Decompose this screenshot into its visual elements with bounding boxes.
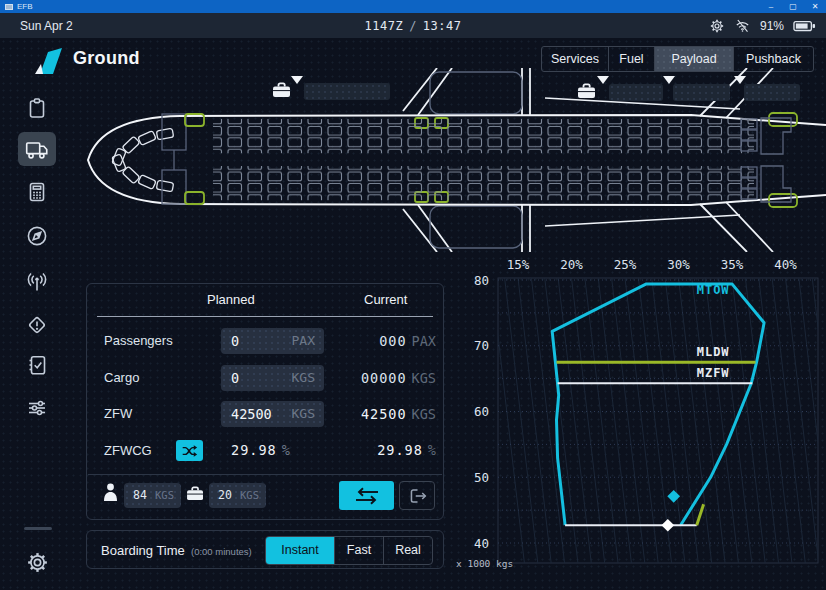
- airline-logo-icon: [34, 47, 64, 76]
- page-title: Ground: [73, 48, 140, 69]
- cargo-current: 00000KGS: [306, 365, 436, 391]
- settings-gear-icon[interactable]: [709, 18, 725, 34]
- boarding-time-panel: Boarding Time (0:00 minutes) Instant Fas…: [86, 530, 444, 569]
- boarding-mode-fast[interactable]: Fast: [334, 537, 383, 564]
- svg-text:70: 70: [474, 338, 489, 353]
- panel-divider: [88, 474, 442, 475]
- window-icon: [5, 4, 13, 10]
- seat-bank-left: [213, 119, 754, 153]
- utc-time: 1147Z: [365, 19, 404, 33]
- cargo-hold-1-input[interactable]: [304, 83, 390, 100]
- bag-weight-input[interactable]: 20KGS: [209, 483, 266, 508]
- boarding-mode-instant[interactable]: Instant: [266, 537, 334, 564]
- briefcase-icon: [577, 83, 597, 99]
- zfwcg-planned: 29.98%: [231, 437, 290, 463]
- svg-text:80: 80: [474, 273, 489, 288]
- passengers-current: 000PAX: [306, 328, 436, 354]
- zfw-current: 42500KGS: [306, 401, 436, 427]
- svg-text:40%: 40%: [774, 257, 797, 272]
- cargo-hold-3-input[interactable]: [609, 84, 663, 101]
- row-label-passengers: Passengers: [104, 333, 173, 348]
- svg-text:60: 60: [474, 404, 489, 419]
- svg-text:50: 50: [474, 470, 489, 485]
- minimize-button[interactable]: –: [760, 0, 782, 13]
- cargo-planned-value: 0: [231, 365, 239, 391]
- wifi-off-icon: [734, 18, 751, 34]
- close-button[interactable]: ✕: [804, 0, 826, 13]
- sidebar-item-ground-services[interactable]: [18, 132, 56, 166]
- shuffle-icon: [181, 444, 198, 458]
- transfer-arrows-icon: [354, 487, 380, 505]
- zfw-planned-value: 42500: [231, 401, 272, 427]
- sidebar-item-failures[interactable]: [18, 308, 56, 342]
- boarding-mode-real[interactable]: Real: [383, 537, 432, 564]
- sidebar-item-settings[interactable]: [18, 545, 56, 579]
- rear-galleys: [741, 118, 791, 202]
- export-loadsheet-button[interactable]: [399, 481, 435, 510]
- cargo-hold-5-input[interactable]: [744, 84, 800, 101]
- header-rule: [97, 316, 433, 317]
- cockpit-seats: [112, 128, 174, 192]
- payload-panel: Planned Current Passengers 0 PAX 000PAX …: [86, 283, 444, 520]
- battery-percent: 91%: [760, 19, 784, 33]
- transfer-payload-button[interactable]: [339, 481, 394, 510]
- sidebar-item-radio[interactable]: [18, 265, 56, 299]
- efb-statusbar: Sun Apr 2 1147Z/13:47 9: [0, 13, 826, 38]
- boarding-mode-group: Instant Fast Real: [265, 536, 433, 565]
- wing-root-fairings: [430, 72, 522, 248]
- cargo-hold-4-input[interactable]: [673, 84, 730, 101]
- battery-icon: [793, 18, 816, 34]
- baggage-icon: [186, 486, 205, 501]
- status-clock: 1147Z/13:47: [0, 19, 826, 33]
- svg-text:35%: 35%: [721, 257, 744, 272]
- svg-text:25%: 25%: [614, 257, 637, 272]
- cg-envelope-chart: MTOWMLDWMZFW15%20%25%30%35%40%8070605040…: [455, 252, 823, 574]
- sidebar-item-performance-calculator[interactable]: [18, 175, 56, 209]
- boarding-duration: (0:00 minutes): [191, 546, 252, 557]
- export-icon: [408, 487, 427, 505]
- window-title: EFB: [17, 2, 33, 11]
- sidebar-divider: [24, 527, 52, 530]
- cargo-hold-fwd-icon-group: [272, 82, 292, 98]
- cargo-caret-icon: [663, 76, 675, 84]
- cargo-caret-icon: [597, 76, 609, 84]
- row-label-cargo: Cargo: [104, 370, 139, 385]
- svg-text:MTOW: MTOW: [697, 283, 730, 297]
- svg-text:x 1000 kgs: x 1000 kgs: [456, 558, 513, 569]
- svg-text:30%: 30%: [667, 257, 690, 272]
- sidebar-item-settings-sliders[interactable]: [18, 391, 56, 425]
- svg-text:MLDW: MLDW: [697, 345, 730, 359]
- zfwcg-current: 29.98%: [306, 437, 436, 463]
- svg-text:20%: 20%: [560, 257, 583, 272]
- svg-text:40: 40: [474, 536, 489, 551]
- briefcase-icon: [272, 82, 292, 98]
- clock-separator: /: [403, 19, 423, 33]
- svg-text:MZFW: MZFW: [697, 366, 730, 380]
- row-label-zfwcg: ZFWCG: [104, 443, 152, 458]
- cargo-caret-icon: [734, 76, 746, 84]
- sidebar-item-navigation[interactable]: [18, 219, 56, 253]
- sidebar-item-dashboard[interactable]: [18, 91, 56, 125]
- maximize-button[interactable]: ▢: [782, 0, 804, 13]
- passengers-planned-value: 0: [231, 328, 239, 354]
- svg-text:15%: 15%: [507, 257, 530, 272]
- planned-column-header: Planned: [207, 292, 255, 307]
- boarding-time-label: Boarding Time: [101, 543, 185, 558]
- cargo-hold-aft-icon-group: [577, 83, 597, 99]
- pax-weight-input[interactable]: 84KGS: [124, 483, 181, 508]
- seat-bank-right: [213, 166, 754, 200]
- window-titlebar: EFB – ▢ ✕: [0, 0, 826, 13]
- current-column-header: Current: [364, 292, 407, 307]
- passenger-icon: [103, 483, 118, 501]
- sidebar-item-checklists[interactable]: [18, 348, 56, 382]
- local-time: 13:47: [423, 19, 462, 33]
- row-label-zfw: ZFW: [104, 406, 132, 421]
- cargo-caret-icon: [291, 76, 303, 84]
- randomize-cg-button[interactable]: [176, 440, 203, 461]
